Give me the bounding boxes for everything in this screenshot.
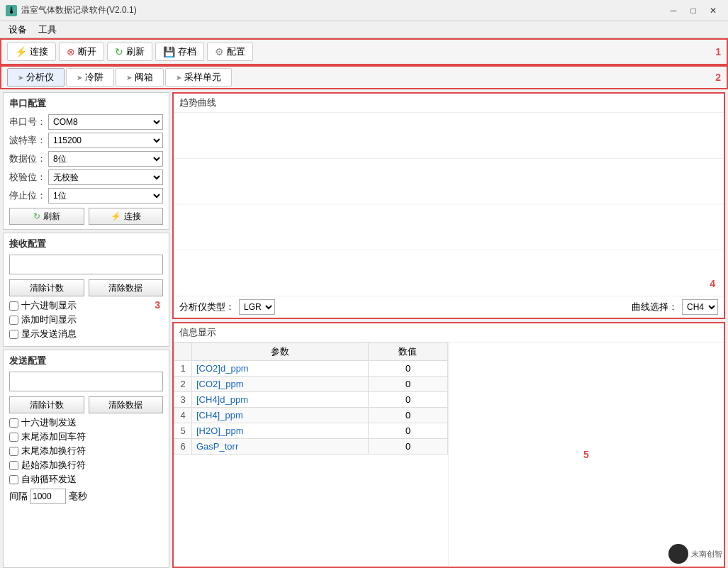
data-bits-select[interactable]: 8位 [48, 151, 163, 167]
serial-refresh-button[interactable]: ↻ 刷新 [9, 208, 84, 225]
tab-arrow-icon3: ➤ [126, 74, 132, 82]
disconnect-button[interactable]: ⊗ 断开 [59, 43, 104, 61]
serial-connect-icon: ⚡ [111, 211, 121, 221]
recv-time-checkbox[interactable] [9, 316, 18, 325]
send-config-panel: 发送配置 清除计数 清除数据 十六进制发送 末尾添加回车符 末尾添加换行符 [3, 350, 169, 568]
recv-time-label: 添加时间显示 [21, 313, 77, 326]
recv-hex-checkbox-row: 十六进制显示 [9, 299, 163, 312]
trend-panel: 趋势曲线 4 分析仪类型： LGR 曲线选 [172, 92, 725, 319]
row-param: [CH4]_ppm [192, 408, 369, 423]
table-row: 5 [H2O]_ppm 0 [174, 423, 448, 439]
interval-label: 间隔 [9, 490, 28, 503]
info-table: 参数 数值 1 [CO2]d_ppm 0 2 [CO2]_ppm 0 3 [CH… [174, 343, 448, 455]
send-lf-label: 末尾添加换行符 [21, 445, 86, 457]
analyzer-label: 分析仪类型： [179, 301, 235, 313]
data-bits-row: 数据位： 8位 [9, 151, 163, 167]
recv-clear-count-button[interactable]: 清除计数 [9, 279, 84, 296]
serial-refresh-icon: ↻ [33, 211, 40, 221]
send-hex-label: 十六进制发送 [21, 416, 77, 429]
info-right-area: 5 [449, 343, 724, 566]
row-index: 5 [174, 423, 192, 439]
menu-item-tools[interactable]: 工具 [33, 22, 62, 38]
curve-select-row: 曲线选择： CH4 [632, 299, 718, 315]
stop-bits-label: 停止位： [9, 189, 48, 202]
recv-clear-data-button[interactable]: 清除数据 [89, 279, 164, 296]
send-auto-label: 自动循环发送 [21, 473, 77, 486]
analyzer-select[interactable]: LGR [239, 299, 275, 315]
tab-sample[interactable]: ➤ 采样单元 [165, 68, 232, 87]
send-clear-data-button[interactable]: 清除数据 [89, 396, 164, 413]
close-button[interactable]: ✕ [704, 4, 722, 18]
app-title: 温室气体数据记录软件(V2.0.1) [21, 4, 137, 16]
send-prefix-lf-checkbox[interactable] [9, 461, 18, 470]
row-value: 0 [368, 408, 447, 423]
send-clear-count-button[interactable]: 清除计数 [9, 396, 84, 413]
tab-analyzer-label: 分析仪 [26, 71, 54, 84]
interval-input[interactable] [30, 489, 66, 504]
config-icon: ⚙ [215, 46, 224, 57]
window-controls: ─ □ ✕ [664, 4, 722, 18]
parity-row: 校验位： 无校验 [9, 169, 163, 185]
right-panel: 趋势曲线 4 分析仪类型： LGR 曲线选 [172, 92, 725, 568]
disconnect-label: 断开 [78, 45, 96, 58]
refresh-button[interactable]: ↻ 刷新 [107, 43, 152, 61]
serial-connect-button[interactable]: ⚡ 连接 [89, 208, 164, 225]
tab-arrow-icon2: ➤ [77, 74, 82, 82]
send-text-area[interactable] [9, 372, 163, 391]
analyzer-type-row: 分析仪类型： LGR [179, 299, 275, 315]
serial-config-title: 串口配置 [9, 97, 163, 110]
maximize-button[interactable]: □ [684, 4, 702, 18]
recv-show-send-checkbox[interactable] [9, 330, 18, 339]
menu-bar: 设备 工具 [0, 21, 728, 38]
stop-bits-row: 停止位： 1位 [9, 188, 163, 204]
info-table-area: 参数 数值 1 [CO2]d_ppm 0 2 [CO2]_ppm 0 3 [CH… [174, 343, 449, 566]
table-row: 6 GasP_torr 0 [174, 439, 448, 455]
row-param: GasP_torr [192, 439, 369, 455]
row-index: 6 [174, 439, 192, 455]
tab-valve[interactable]: ➤ 阀箱 [116, 68, 164, 87]
save-button[interactable]: 💾 存档 [155, 43, 204, 61]
main-layout: 串口配置 串口号： COM8 波特率： 115200 数据位： 8位 [0, 89, 728, 568]
baud-select[interactable]: 115200 [48, 133, 163, 148]
interval-row: 间隔 毫秒 [9, 489, 163, 504]
config-button[interactable]: ⚙ 配置 [207, 43, 253, 61]
curve-select[interactable]: CH4 [682, 299, 718, 315]
send-cr-checkbox[interactable] [9, 433, 18, 442]
send-hex-checkbox[interactable] [9, 418, 18, 428]
trend-chart-area [174, 112, 724, 296]
stop-bits-select[interactable]: 1位 [48, 188, 163, 204]
send-prefix-lf-checkbox-row: 起始添加换行符 [9, 459, 163, 472]
send-auto-checkbox[interactable] [9, 475, 18, 484]
recv-text-area[interactable] [9, 255, 163, 274]
recv-hex-checkbox[interactable] [9, 301, 18, 311]
save-icon: 💾 [163, 46, 175, 57]
parity-label: 校验位： [9, 171, 48, 184]
table-row: 3 [CH4]d_ppm 0 [174, 392, 448, 408]
recv-time-checkbox-row: 添加时间显示 [9, 313, 163, 326]
send-lf-checkbox[interactable] [9, 447, 18, 456]
send-buttons: 清除计数 清除数据 [9, 396, 163, 413]
trend-chart-svg [174, 113, 724, 296]
app-icon: 🌡 [6, 5, 17, 16]
refresh-label: 刷新 [126, 45, 145, 58]
tab-valve-label: 阀箱 [135, 71, 153, 84]
tab-arrow-icon4: ➤ [176, 74, 181, 82]
send-hex-checkbox-row: 十六进制发送 [9, 416, 163, 429]
disconnect-icon: ⊗ [67, 46, 75, 57]
tab-arrow-icon: ➤ [18, 74, 23, 82]
row-index: 4 [174, 408, 192, 423]
minimize-button[interactable]: ─ [664, 4, 683, 18]
port-select[interactable]: COM8 [48, 114, 163, 130]
connect-button[interactable]: ⚡ 连接 [7, 43, 56, 61]
recv-config-title: 接收配置 [9, 238, 163, 250]
title-bar: 🌡 温室气体数据记录软件(V2.0.1) ─ □ ✕ [0, 0, 728, 21]
menu-item-device[interactable]: 设备 [3, 22, 33, 38]
recv-show-send-checkbox-row: 显示发送消息 [9, 328, 163, 340]
tab-cold-trap[interactable]: ➤ 冷阱 [66, 68, 114, 87]
info-content: 参数 数值 1 [CO2]d_ppm 0 2 [CO2]_ppm 0 3 [CH… [174, 343, 724, 566]
recv-config-panel: 接收配置 清除计数 清除数据 十六进制显示 添加时间显示 显示发送消息 [3, 233, 169, 347]
row-index: 1 [174, 361, 192, 377]
col-value: 数值 [368, 343, 447, 361]
tab-analyzer[interactable]: ➤ 分析仪 [7, 68, 65, 87]
parity-select[interactable]: 无校验 [48, 169, 163, 185]
